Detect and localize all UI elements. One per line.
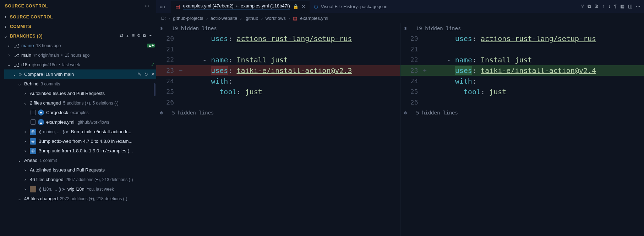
refresh-icon[interactable]: ↻ bbox=[137, 33, 141, 39]
swap-icon[interactable]: ⇄ bbox=[120, 33, 124, 39]
code-content: with: bbox=[184, 76, 400, 86]
line-number: 20 bbox=[156, 33, 178, 44]
branch-item-maino[interactable]: › ⎇ maino 13 hours ago ▲+ bbox=[4, 41, 156, 50]
diff-sign bbox=[422, 44, 428, 55]
refresh-icon[interactable]: ↻ bbox=[144, 72, 148, 77]
add-icon[interactable]: ＋ bbox=[125, 33, 130, 39]
chevron-right-icon: › bbox=[4, 15, 8, 19]
section-branches[interactable]: ⌄ BRANCHES (3) ⇄ ＋ ≡ ↻ ⧉ ⋯ bbox=[0, 31, 156, 41]
chevron-right-icon: › bbox=[23, 187, 28, 192]
diff-pane-left[interactable]: ❄ 19 hidden lines 20 uses: actions-rust-… bbox=[156, 23, 400, 236]
arrow-up-icon[interactable]: ↑ bbox=[602, 4, 605, 9]
code-line[interactable]: 25 tool: just bbox=[156, 86, 400, 97]
file-row[interactable]: ± Cargo.lock examples bbox=[4, 108, 156, 117]
behind-count: 3 commits bbox=[40, 82, 60, 86]
code-line[interactable]: 20 uses: actions-rust-lang/setup-rus bbox=[400, 33, 644, 44]
ahead-count: 1 commit bbox=[40, 158, 57, 163]
behind-group[interactable]: ⌄ Behind 3 commits bbox=[4, 79, 156, 89]
copy-icon[interactable]: ⧉ bbox=[588, 4, 591, 9]
fold-line[interactable]: ❄ 19 hidden lines bbox=[400, 23, 644, 33]
code-line[interactable]: 22 - name: Install just bbox=[400, 55, 644, 65]
chevron-down-icon: ⌄ bbox=[17, 196, 22, 201]
code-line[interactable]: 21 bbox=[400, 44, 644, 55]
branch-tracking: ⇄ origin/i18n bbox=[32, 62, 57, 67]
compare-view-icon[interactable]: ⑂ bbox=[581, 4, 584, 9]
close-icon[interactable]: ✕ bbox=[301, 4, 305, 9]
tab-file-history[interactable]: ◷ Visual File History: package.json bbox=[310, 0, 392, 13]
tab-label: Visual File History: package.json bbox=[321, 4, 388, 9]
code-block-right: 20 uses: actions-rust-lang/setup-rus2122… bbox=[400, 33, 644, 108]
section-source-control[interactable]: › SOURCE CONTROL bbox=[0, 12, 156, 22]
modified-badge-icon: ± bbox=[38, 109, 44, 116]
commit-row[interactable]: › ◎ ❰ maino, ... ❱➤ Bump taiki-e/install… bbox=[4, 127, 156, 136]
close-icon[interactable]: ✕ bbox=[151, 72, 155, 77]
branch-item-main[interactable]: › ⎇ main ⇄ origin/main • 13 hours ago bbox=[4, 50, 156, 60]
code-line[interactable]: 24 with: bbox=[400, 76, 644, 86]
section-commits[interactable]: › COMMITS bbox=[0, 22, 156, 31]
edit-icon[interactable]: ✎ bbox=[137, 72, 141, 77]
crumb[interactable]: D: bbox=[161, 16, 166, 21]
code-line[interactable]: 26 bbox=[400, 97, 644, 108]
diff-sign bbox=[422, 97, 428, 108]
crumb[interactable]: examples.yml bbox=[300, 16, 328, 21]
crumb[interactable]: .github bbox=[244, 16, 258, 21]
files-changed-row[interactable]: ⌄ 48 files changed 2972 additions (+), 2… bbox=[4, 194, 156, 203]
autolinked-row[interactable]: › Autolinked Issues and Pull Requests bbox=[4, 165, 156, 175]
commit-title: Bump taiki-e/install-action fr... bbox=[71, 129, 131, 134]
diff-pane-right[interactable]: ❄ 19 hidden lines 20 uses: actions-rust-… bbox=[400, 23, 644, 236]
sep: • bbox=[59, 62, 60, 67]
branch-item-i18n[interactable]: ⌄ ⎇ i18n ⇄ origin/i18n • last week ✓ bbox=[4, 60, 156, 69]
ahead-badge: ▲+ bbox=[147, 44, 155, 47]
more-actions-icon[interactable]: ⋯ bbox=[143, 3, 152, 9]
diff-sign bbox=[178, 76, 184, 86]
scrollbar-thumb[interactable] bbox=[154, 83, 155, 96]
code-line[interactable]: 24 with: bbox=[156, 76, 400, 86]
commit-row[interactable]: › ◎ Bump uuid from 1.8.0 to 1.9.0 in /ex… bbox=[4, 146, 156, 156]
modified-badge-icon: ± bbox=[38, 119, 44, 125]
crumb[interactable]: workflows bbox=[266, 16, 286, 21]
code-line[interactable]: 23+ uses: taiki-e/install-action@v2.4 bbox=[400, 65, 644, 76]
file-icon[interactable]: 🗎 bbox=[594, 4, 599, 9]
compare-row[interactable]: ⌄ ⑂ Compare i18n with main ✎ ↻ ✕ bbox=[4, 69, 156, 79]
more-icon[interactable]: ⋯ bbox=[148, 33, 153, 39]
code-content bbox=[428, 44, 644, 55]
checkbox[interactable] bbox=[31, 119, 36, 125]
code-line[interactable]: 22 - name: Install just bbox=[156, 55, 400, 65]
more-icon[interactable]: ⋯ bbox=[636, 4, 640, 9]
fold-line[interactable]: ❄ 5 hidden lines bbox=[400, 108, 644, 118]
fold-line[interactable]: ❄ 5 hidden lines bbox=[156, 108, 400, 118]
arrow-down-icon[interactable]: ↓ bbox=[608, 4, 611, 9]
autolinked-row[interactable]: › Autolinked Issues and Pull Requests bbox=[4, 89, 156, 98]
section-label: BRANCHES (3) bbox=[10, 34, 43, 39]
code-line[interactable]: 26 bbox=[156, 97, 400, 108]
code-line[interactable]: 25 tool: just bbox=[400, 86, 644, 97]
files-changed-stats: 2972 additions (+), 218 deletions (-) bbox=[60, 196, 127, 201]
files-changed-row[interactable]: ⌄ 2 files changed 5 additions (+), 5 del… bbox=[4, 98, 156, 108]
crumb[interactable]: github-projects bbox=[173, 16, 203, 21]
crumb[interactable]: actix-website bbox=[211, 16, 237, 21]
map-icon[interactable]: ▦ bbox=[620, 4, 624, 9]
whitespace-icon[interactable]: ¶ bbox=[614, 4, 617, 9]
lock-icon: 🔒 bbox=[293, 4, 299, 9]
code-line[interactable]: 21 bbox=[156, 44, 400, 55]
split-icon[interactable]: ◫ bbox=[628, 4, 632, 9]
diff-sign bbox=[178, 86, 184, 97]
list-icon[interactable]: ≡ bbox=[132, 33, 135, 39]
files-changed-label: 46 files changed bbox=[30, 177, 64, 182]
line-number: 25 bbox=[156, 86, 178, 97]
code-line[interactable]: 23− uses: taiki-e/install-action@v2.3 bbox=[156, 65, 400, 76]
chevron-right-icon: › bbox=[23, 139, 28, 144]
files-changed-row[interactable]: › 46 files changed 2967 additions (+), 2… bbox=[4, 175, 156, 184]
code-line[interactable]: 20 uses: actions-rust-lang/setup-rus bbox=[156, 33, 400, 44]
fold-line[interactable]: ❄ 19 hidden lines bbox=[156, 23, 400, 33]
file-row[interactable]: ± examples.yml .github/workflows bbox=[4, 117, 156, 127]
checkbox[interactable] bbox=[31, 110, 36, 115]
breadcrumbs[interactable]: D:› github-projects› actix-website› .git… bbox=[156, 13, 644, 23]
editor-toolbar: ⑂ ⧉ 🗎 ↑ ↓ ¶ ▦ ◫ ⋯ bbox=[578, 4, 644, 9]
tab-diff[interactable]: ▤ examples.yml (47ebea2) ↔ examples.yml … bbox=[171, 0, 309, 13]
files-changed-stats: 5 additions (+), 5 deletions (-) bbox=[63, 101, 118, 106]
commit-row[interactable]: › ❰ i18n, ... ❱➤ wip i18n You, last week bbox=[4, 184, 156, 194]
stash-icon[interactable]: ⧉ bbox=[143, 33, 146, 39]
ahead-group[interactable]: ⌄ Ahead 1 commit bbox=[4, 156, 156, 165]
commit-row[interactable]: › ◎ Bump actix-web from 4.7.0 to 4.8.0 i… bbox=[4, 136, 156, 146]
